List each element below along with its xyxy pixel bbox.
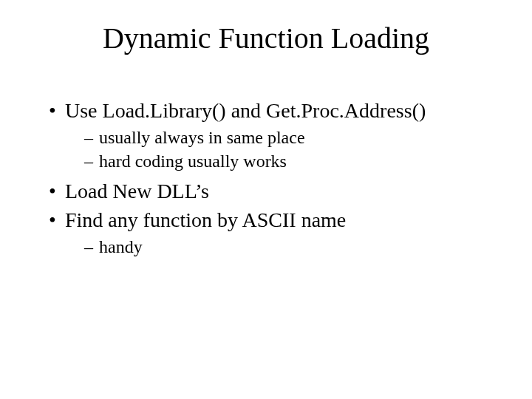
bullet-item: •Find any function by ASCII name xyxy=(49,207,488,233)
bullet-item: •Use Load.Library() and Get.Proc.Address… xyxy=(49,98,488,123)
slide-title: Dynamic Function Loading xyxy=(0,21,532,55)
bullet-icon: • xyxy=(49,178,65,204)
sub-bullet-item: –hard coding usually works xyxy=(84,150,488,172)
bullet-icon: • xyxy=(49,207,65,233)
bullet-text: Use Load.Library() and Get.Proc.Address(… xyxy=(65,99,426,122)
sub-bullet-text: hard coding usually works xyxy=(99,151,287,171)
dash-icon: – xyxy=(84,236,99,258)
bullet-item: •Load New DLL’s xyxy=(49,178,488,204)
bullet-icon: • xyxy=(49,98,65,123)
slide-body: •Use Load.Library() and Get.Proc.Address… xyxy=(49,98,488,259)
sub-bullet-text: handy xyxy=(99,237,143,256)
sub-bullet-item: –usually always in same place xyxy=(84,126,488,149)
slide: Dynamic Function Loading •Use Load.Libra… xyxy=(0,0,532,399)
dash-icon: – xyxy=(84,150,99,172)
sub-bullet-item: –handy xyxy=(84,236,488,258)
bullet-text: Load New DLL’s xyxy=(65,180,209,202)
dash-icon: – xyxy=(84,126,99,149)
sub-bullet-text: usually always in same place xyxy=(99,128,305,147)
bullet-text: Find any function by ASCII name xyxy=(65,208,346,231)
